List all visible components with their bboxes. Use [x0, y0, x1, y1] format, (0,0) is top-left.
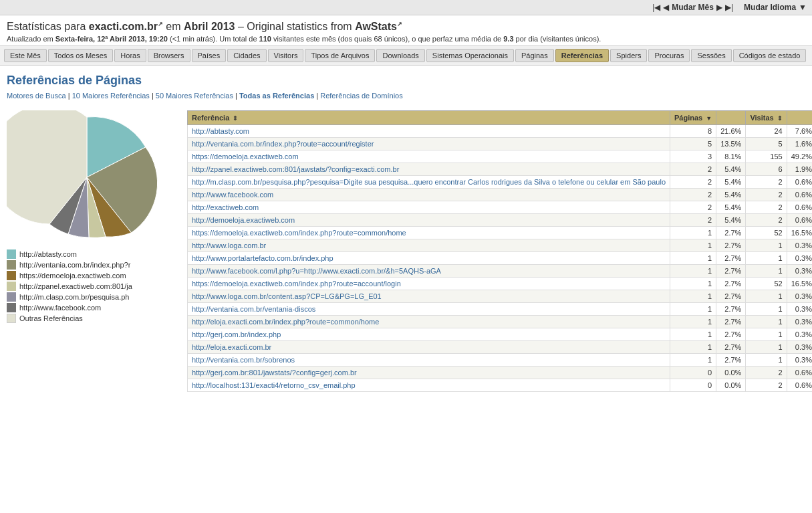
site-link[interactable]: exacti.com.br — [89, 21, 158, 32]
subnav-10maiores[interactable]: 10 Maiores Referências — [72, 92, 150, 100]
col-referencia[interactable]: Referência ⇕ — [188, 111, 670, 125]
subnav-dominios[interactable]: Referências de Domínios — [320, 92, 403, 100]
ref-link[interactable]: http://ventania.com.br/index.php?route=a… — [192, 140, 374, 148]
change-language-label[interactable]: Mudar Idioma — [744, 3, 796, 12]
ref-link[interactable]: http://www.facebook.com/l.php?u=http://w… — [192, 267, 441, 275]
cell-pages: 1 — [670, 252, 716, 265]
tab-este-mes[interactable]: Este Mês — [4, 49, 47, 62]
change-month-nav[interactable]: |◀ ◀ Mudar Mês ▶ ▶| — [652, 3, 733, 12]
change-month-label[interactable]: Mudar Mês — [672, 3, 714, 12]
tab-codigos-estado[interactable]: Códigos de estado — [733, 49, 807, 62]
tab-spiders[interactable]: Spiders — [610, 49, 647, 62]
table-row: http://abtasty.com821.6%247.6% — [188, 125, 813, 138]
cell-ref: https://demoeloja.exactiweb.com/index.ph… — [188, 227, 670, 239]
legend-color-facebook — [7, 303, 16, 312]
cell-pct1: 2.7% — [716, 227, 746, 239]
cell-pct2: 49.2% — [787, 150, 812, 163]
pie-chart — [7, 110, 167, 244]
ref-link[interactable]: http://localhost:131/exacti4/retorno_csv… — [192, 381, 356, 389]
tab-cidades[interactable]: Cidades — [227, 49, 266, 62]
next-next-arrow[interactable]: ▶| — [725, 3, 733, 12]
table-row: http://www.portalartefacto.com.br/index.… — [188, 252, 813, 265]
legend-color-ventania — [7, 260, 16, 270]
header-in: em — [166, 21, 180, 32]
ref-link[interactable]: http://m.clasp.com.br/pesquisa.php?pesqu… — [192, 178, 666, 186]
tab-procuras[interactable]: Procuras — [648, 49, 690, 62]
ref-link[interactable]: https://demoeloja.exactiweb.com/index.ph… — [192, 280, 401, 288]
ref-link[interactable]: http://www.loga.com.br/content.asp?CP=LG… — [192, 292, 382, 300]
legend-item: http://www.facebook.com — [7, 303, 180, 312]
cell-pct1: 5.4% — [716, 176, 746, 189]
cell-visits: 1 — [746, 303, 787, 316]
tab-paginas[interactable]: Páginas — [515, 49, 554, 62]
subnav-50maiores[interactable]: 50 Maiores Referências — [156, 92, 233, 100]
cell-ref: http://ventania.com.br/sobrenos — [188, 354, 670, 367]
legend-label-demoeloja: https://demoeloja.exactiweb.com — [19, 272, 126, 280]
ref-link[interactable]: http://www.portalartefacto.com.br/index.… — [192, 254, 333, 262]
col-paginas[interactable]: Páginas ▼ — [670, 111, 716, 125]
ref-link[interactable]: http://demoeloja.exactiweb.com — [192, 216, 295, 224]
cell-pct2: 0.6% — [787, 214, 812, 227]
tab-downloads[interactable]: Downloads — [376, 49, 424, 62]
cell-visits: 155 — [746, 150, 787, 163]
cell-visits: 2 — [746, 201, 787, 214]
legend-color-zpanel — [7, 282, 16, 291]
next-arrow[interactable]: ▶ — [716, 3, 722, 12]
col-pct1 — [716, 111, 746, 125]
cell-pct1: 2.7% — [716, 316, 746, 328]
table-row: http://gerj.com.br/index.php12.7%10.3% — [188, 328, 813, 341]
tab-sistemas-operacionais[interactable]: Sistemas Operacionais — [426, 49, 514, 62]
table-row: http://www.facebook.com25.4%20.6% — [188, 189, 813, 201]
ref-link[interactable]: http://www.facebook.com — [192, 191, 273, 199]
cell-ref: http://www.facebook.com — [188, 189, 670, 201]
tab-visitors[interactable]: Visitors — [268, 49, 304, 62]
ref-link[interactable]: https://demoeloja.exactiweb.com — [192, 152, 299, 161]
legend-color-other — [7, 314, 16, 323]
ref-link[interactable]: http://eloja.exacti.com.br/index.php?rou… — [192, 318, 379, 326]
ref-link[interactable]: http://www.loga.com.br — [192, 241, 266, 249]
ref-link[interactable]: http://ventania.com.br/ventania-discos — [192, 305, 315, 313]
ref-link[interactable]: http://exactiweb.com — [192, 203, 259, 211]
subnav-todas[interactable]: Todas as Referências — [239, 92, 314, 100]
change-language-nav[interactable]: Mudar Idioma ▼ — [744, 3, 807, 12]
cell-pct2: 1.9% — [787, 163, 812, 176]
col-visitas[interactable]: Visitas ⇕ — [746, 111, 787, 125]
prev-prev-arrow[interactable]: |◀ — [652, 3, 660, 12]
table-row: http://www.loga.com.br12.7%10.3% — [188, 239, 813, 252]
ref-link[interactable]: http://ventania.com.br/sobrenos — [192, 356, 295, 364]
ref-link[interactable]: http://zpanel.exactiweb.com:801/jawstats… — [192, 165, 399, 173]
awstats-external-icon: ↗ — [397, 21, 402, 27]
awstats-link[interactable]: AwStats — [355, 21, 397, 32]
tab-browsers[interactable]: Browsers — [148, 49, 190, 62]
tab-sessoes[interactable]: Sessões — [691, 49, 731, 62]
legend-item: http://ventania.com.br/index.php?r — [7, 260, 180, 270]
tab-paises[interactable]: Países — [192, 49, 227, 62]
top-bar: |◀ ◀ Mudar Mês ▶ ▶| Mudar Idioma ▼ — [0, 0, 812, 15]
ref-link[interactable]: http://gerj.com.br/index.php — [192, 330, 281, 338]
tab-horas[interactable]: Horas — [114, 49, 146, 62]
cell-pages: 2 — [670, 201, 716, 214]
cell-pages: 1 — [670, 265, 716, 278]
tab-todos-os-meses[interactable]: Todos os Meses — [48, 49, 113, 62]
cell-pages: 8 — [670, 125, 716, 138]
cell-ref: http://ventania.com.br/ventania-discos — [188, 303, 670, 316]
cell-pct1: 0.0% — [716, 367, 746, 379]
language-icon: ▼ — [799, 3, 807, 12]
prev-arrow[interactable]: ◀ — [663, 3, 669, 12]
table-row: http://ventania.com.br/sobrenos12.7%10.3… — [188, 354, 813, 367]
cell-pages: 1 — [670, 239, 716, 252]
table-row: https://demoeloja.exactiweb.com/index.ph… — [188, 227, 813, 239]
tab-tipos-arquivos[interactable]: Tipos de Arquivos — [305, 49, 375, 62]
table-row: http://demoeloja.exactiweb.com25.4%20.6% — [188, 214, 813, 227]
legend: http://abtasty.com http://ventania.com.b… — [7, 249, 180, 323]
cell-ref: http://www.facebook.com/l.php?u=http://w… — [188, 265, 670, 278]
ref-link[interactable]: http://gerj.com.br:801/jawstats/?config=… — [192, 369, 357, 377]
cell-pages: 0 — [670, 379, 716, 392]
ref-link[interactable]: http://eloja.exacti.com.br — [192, 343, 271, 351]
tab-referencias[interactable]: Referências — [555, 49, 609, 62]
subnav-motores[interactable]: Motores de Busca — [7, 92, 66, 100]
cell-pct2: 0.3% — [787, 354, 812, 367]
cell-ref: http://www.loga.com.br — [188, 239, 670, 252]
ref-link[interactable]: http://abtasty.com — [192, 127, 249, 135]
ref-link[interactable]: https://demoeloja.exactiweb.com/index.ph… — [192, 229, 406, 237]
